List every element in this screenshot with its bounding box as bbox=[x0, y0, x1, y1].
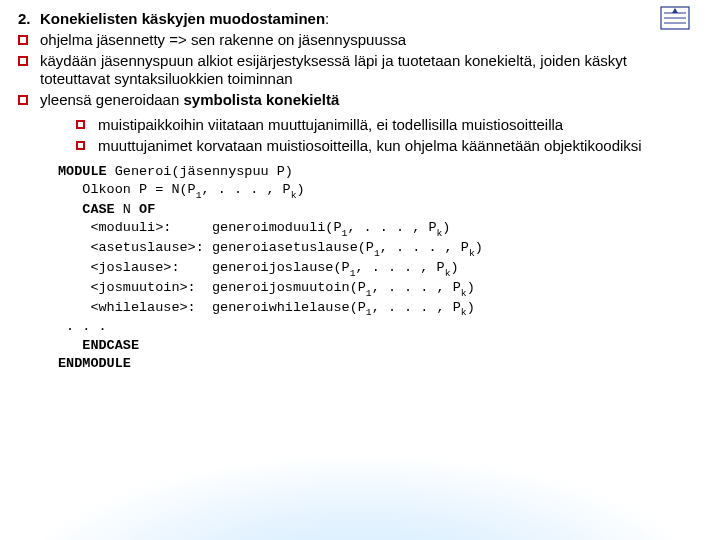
list-item: ohjelma jäsennetty => sen rakenne on jäs… bbox=[18, 31, 696, 50]
bullet-icon bbox=[18, 91, 40, 105]
code-block: MODULE Generoi(jäsennyspuu P) Olkoon P =… bbox=[58, 163, 696, 373]
code-line: ENDMODULE bbox=[58, 356, 131, 371]
item-title: Konekielisten käskyjen muodostaminen: bbox=[40, 10, 696, 29]
list-item-numbered: 2. Konekielisten käskyjen muodostaminen: bbox=[18, 10, 696, 29]
institution-logo bbox=[660, 6, 690, 30]
code-line: MODULE Generoi(jäsennyspuu P) bbox=[58, 164, 293, 179]
item-number: 2. bbox=[18, 10, 40, 27]
title-colon: : bbox=[325, 10, 329, 27]
code-line: Olkoon P = N(P1, . . . , Pk) bbox=[58, 182, 305, 197]
item-text: ohjelma jäsennetty => sen rakenne on jäs… bbox=[40, 31, 696, 50]
title-text: Konekielisten käskyjen muodostaminen bbox=[40, 10, 325, 27]
item-text-plain: yleensä generoidaan bbox=[40, 91, 183, 108]
sub-list: muistipaikkoihin viitataan muuttujanimil… bbox=[76, 116, 696, 156]
item-text: yleensä generoidaan symbolista konekielt… bbox=[40, 91, 696, 110]
bullet-icon bbox=[76, 137, 98, 150]
code-line: <moduuli>: generoimoduuli(P1, . . . , Pk… bbox=[58, 220, 450, 235]
slide: 2. Konekielisten käskyjen muodostaminen:… bbox=[0, 0, 720, 383]
item-text-bold: symbolista konekieltä bbox=[183, 91, 339, 108]
bullet-icon bbox=[18, 31, 40, 45]
item-text: käydään jäsennyspuun alkiot esijärjestyk… bbox=[40, 52, 696, 90]
item-text: muuttujanimet korvataan muistiosoitteill… bbox=[98, 137, 696, 156]
item-text: muistipaikkoihin viitataan muuttujanimil… bbox=[98, 116, 696, 135]
code-line: . . . bbox=[58, 319, 107, 334]
code-line: <josmuutoin>: generoijosmuutoin(P1, . . … bbox=[58, 280, 475, 295]
code-line: <asetuslause>: generoiasetuslause(P1, . … bbox=[58, 240, 483, 255]
list-item: yleensä generoidaan symbolista konekielt… bbox=[18, 91, 696, 110]
code-line: <whilelause>: generoiwhilelause(P1, . . … bbox=[58, 300, 475, 315]
code-line: ENDCASE bbox=[58, 338, 139, 353]
bullet-icon bbox=[76, 116, 98, 129]
code-line: CASE N OF bbox=[58, 202, 155, 217]
list-item: muistipaikkoihin viitataan muuttujanimil… bbox=[76, 116, 696, 135]
bullet-icon bbox=[18, 52, 40, 66]
code-line: <joslause>: generoijoslause(P1, . . . , … bbox=[58, 260, 459, 275]
list-item: muuttujanimet korvataan muistiosoitteill… bbox=[76, 137, 696, 156]
svg-marker-4 bbox=[672, 8, 678, 13]
list-item: käydään jäsennyspuun alkiot esijärjestyk… bbox=[18, 52, 696, 90]
